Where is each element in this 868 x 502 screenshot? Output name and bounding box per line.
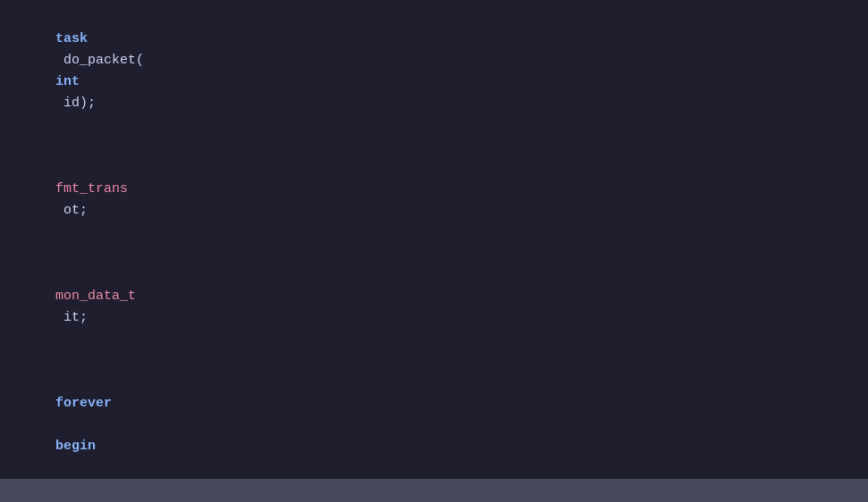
code-line-1: task do_packet( int id);: [0, 7, 868, 136]
code-line-2: fmt_trans ot;: [0, 136, 868, 243]
code-line-3: mon_data_t it;: [0, 243, 868, 350]
code-line-5: //TODO-1.4 replace the in_mbs with the T…: [0, 479, 868, 502]
code-line-4: forever begin: [0, 350, 868, 479]
keyword-task: task: [55, 31, 88, 46]
code-editor: task do_packet( int id); fmt_trans ot; m…: [0, 0, 868, 502]
